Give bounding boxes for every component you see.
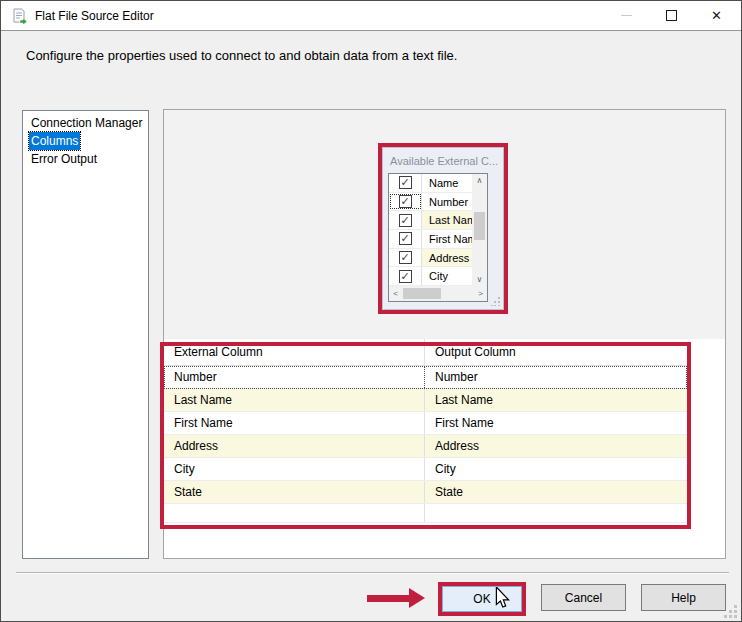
sidebar-item-connection-manager[interactable]: Connection Manager	[29, 114, 148, 132]
scroll-up-icon[interactable]: ∧	[472, 174, 487, 187]
checkbox-name[interactable]: ✓	[399, 176, 412, 189]
table-row[interactable]: City City	[164, 458, 687, 481]
list-item[interactable]: ✓ Name	[389, 174, 472, 193]
table-row[interactable]: First Name First Name	[164, 412, 687, 435]
scroll-left-icon[interactable]: <	[389, 286, 402, 301]
column-label: Number	[422, 193, 472, 211]
maximize-button[interactable]	[649, 1, 694, 30]
column-label: Address	[422, 249, 472, 267]
external-column-header: External Column	[164, 339, 424, 365]
help-button[interactable]: Help	[641, 584, 726, 611]
window-title: Flat File Source Editor	[35, 9, 154, 23]
window-resize-grip-icon[interactable]	[723, 604, 737, 618]
pages-list: Connection Manager Columns Error Output	[22, 110, 149, 559]
ok-button[interactable]: OK	[442, 586, 522, 612]
external-column-cell[interactable]: State	[164, 481, 424, 503]
external-column-cell[interactable]: Number	[164, 366, 424, 388]
list-item[interactable]: ✓ Number	[389, 193, 472, 212]
empty-table-row	[164, 504, 687, 523]
dialog-description: Configure the properties used to connect…	[26, 48, 457, 63]
close-button[interactable]: ✕	[694, 1, 739, 30]
title-bar: Flat File Source Editor ✕	[1, 1, 741, 31]
external-column-cell[interactable]: City	[164, 458, 424, 480]
sidebar-item-columns[interactable]: Columns	[29, 132, 148, 150]
minimize-button[interactable]	[604, 1, 649, 30]
sidebar-item-error-output[interactable]: Error Output	[29, 150, 148, 168]
maximize-icon	[666, 10, 677, 21]
column-label: City	[422, 267, 472, 285]
external-column-cell[interactable]: Last Name	[164, 389, 424, 411]
output-column-cell[interactable]: Last Name	[424, 389, 687, 411]
available-external-columns-panel: Available External C... ✓ Name ✓ Number …	[382, 147, 504, 310]
column-label: Last Name	[422, 211, 472, 229]
output-column-cell[interactable]: Number	[424, 366, 687, 388]
table-row[interactable]: Address Address	[164, 435, 687, 458]
flat-file-source-icon	[11, 8, 27, 24]
list-item[interactable]: ✓ Last Name	[389, 211, 472, 230]
vertical-scrollbar[interactable]: ∧ ∨	[472, 174, 487, 286]
external-column-cell[interactable]: Address	[164, 435, 424, 457]
checkbox-last-name[interactable]: ✓	[399, 214, 412, 227]
cancel-button[interactable]: Cancel	[541, 584, 626, 611]
available-columns-rows: ✓ Name ✓ Number ✓ Last Name ✓ First Name…	[389, 174, 472, 286]
column-label: First Name	[422, 230, 472, 248]
window-controls: ✕	[604, 1, 739, 30]
checkbox-first-name[interactable]: ✓	[399, 232, 412, 245]
external-column-cell[interactable]: First Name	[164, 412, 424, 434]
column-label: Name	[422, 174, 472, 192]
checkbox-city[interactable]: ✓	[399, 270, 412, 283]
column-mapping-table: External Column Output Column Number Num…	[164, 339, 687, 523]
horizontal-scrollbar[interactable]: < >	[389, 286, 487, 301]
minimize-icon	[621, 15, 632, 16]
scroll-right-icon[interactable]: >	[474, 286, 487, 301]
output-column-header: Output Column	[424, 339, 687, 365]
footer-separator	[16, 572, 729, 574]
list-item[interactable]: ✓ First Name	[389, 230, 472, 249]
output-column-cell[interactable]: Address	[424, 435, 687, 457]
close-icon: ✕	[711, 8, 722, 23]
vertical-scroll-thumb[interactable]	[474, 212, 485, 240]
flat-file-source-editor-dialog: Flat File Source Editor ✕ Configure the …	[0, 0, 742, 622]
list-item[interactable]: ✓ City	[389, 267, 472, 286]
mapping-table-header: External Column Output Column	[164, 339, 687, 366]
table-row[interactable]: Last Name Last Name	[164, 389, 687, 412]
mouse-cursor-icon	[495, 587, 510, 609]
panel-resize-grip-icon[interactable]	[491, 297, 500, 306]
available-columns-list: ✓ Name ✓ Number ✓ Last Name ✓ First Name…	[388, 173, 488, 302]
output-column-cell[interactable]: State	[424, 481, 687, 503]
checkbox-number[interactable]: ✓	[399, 195, 412, 208]
annotation-arrow	[367, 595, 409, 602]
checkbox-address[interactable]: ✓	[399, 251, 412, 264]
annotation-arrow-head	[409, 588, 425, 608]
scroll-down-icon[interactable]: ∨	[472, 273, 487, 286]
output-column-cell[interactable]: First Name	[424, 412, 687, 434]
available-external-columns-title: Available External C...	[390, 155, 498, 167]
table-row[interactable]: State State	[164, 481, 687, 504]
table-row[interactable]: Number Number	[164, 366, 687, 389]
list-item[interactable]: ✓ Address	[389, 249, 472, 268]
output-column-cell[interactable]: City	[424, 458, 687, 480]
horizontal-scroll-thumb[interactable]	[403, 288, 441, 299]
